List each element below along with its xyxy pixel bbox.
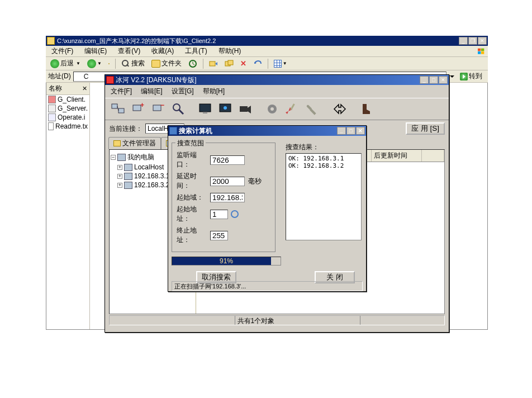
address-dropdown-icon[interactable] [450,75,454,78]
delay-label: 延迟时间： [177,172,208,191]
menu-help[interactable]: 帮助(H) [215,45,245,57]
forward-button[interactable]: ▼ [85,58,104,69]
minimize-button[interactable]: _ [459,37,468,45]
close-panel-icon[interactable]: ✕ [82,85,87,92]
up-folder-icon [108,63,110,64]
dialog-status: 正在扫描子网'192.168.3'... [172,281,363,291]
tool-search[interactable] [169,100,188,118]
expand-icon[interactable]: + [117,174,122,179]
close-button[interactable]: ✕ [356,127,365,135]
explorer-titlebar: C:\xunzai.com_国产木马冰河2.2的控制端下载\G_Client2.… [46,36,488,46]
undo-icon [253,59,262,68]
result-item[interactable]: OK: 192.168.3.2 [288,162,359,169]
history-icon [188,59,197,68]
result-item[interactable]: OK: 192.168.3.1 [288,155,359,162]
col-blank2[interactable] [422,150,444,162]
exe-icon [48,96,56,103]
menu-file[interactable]: 文件[F] [107,86,135,97]
menu-edit[interactable]: 编辑(E) [81,45,110,57]
svg-point-23 [270,107,274,111]
tool-nav[interactable] [330,100,349,118]
ms-unit: 毫秒 [248,177,262,186]
maximize-button[interactable]: □ [346,127,355,135]
menu-help[interactable]: 帮助[H] [200,86,228,97]
minimize-button[interactable]: _ [337,127,346,135]
back-icon [50,59,59,68]
tool-remove[interactable]: − [149,100,168,118]
go-icon [460,73,468,80]
tool-connect[interactable] [108,100,127,118]
back-button[interactable]: 后退▼ [48,58,83,69]
file-item[interactable]: Operate.i [46,113,89,122]
domain-label: 起始域： [177,193,208,202]
separator [268,59,268,69]
col-time[interactable]: 后更新时间 [372,150,422,162]
menu-tools[interactable]: 工具(T) [182,45,210,57]
ip-lookup-icon[interactable] [230,210,239,219]
undo-button[interactable] [251,58,264,69]
name-header[interactable]: 名称 [49,84,62,93]
file-item[interactable]: Readme.tx [46,122,89,131]
app-title-text: 冰河 V2.2 [DARKSUN专版] [116,75,420,85]
end-input[interactable] [210,231,228,240]
apply-button[interactable]: 应 用 [S] [406,122,445,135]
move-button[interactable] [207,58,220,69]
results-label: 搜查结果： [286,143,319,151]
copy-icon [225,59,234,68]
address-label: 地址(D) [48,72,71,81]
tool-add[interactable]: + [129,100,148,118]
tool-camera[interactable] [236,100,255,118]
menu-view[interactable]: 查看(V) [115,45,144,57]
search-button[interactable]: 搜索 [119,58,147,69]
close-button[interactable]: ✕ [439,76,448,84]
tool-screen-1[interactable] [196,100,215,118]
delete-button[interactable]: ✕ [238,58,249,69]
tool-boot[interactable] [357,100,376,118]
search-icon [121,59,130,68]
tool-brush[interactable] [283,100,302,118]
connection-label: 当前连接： [109,124,142,134]
delay-input[interactable] [210,177,245,186]
port-input[interactable] [210,155,245,165]
tool-wrench[interactable] [303,100,322,118]
file-item[interactable]: G_Server. [46,104,89,113]
host-icon [124,173,132,180]
menu-favorites[interactable]: 收藏(A) [148,45,177,57]
maximize-button[interactable]: □ [429,76,438,84]
expand-icon[interactable]: + [117,183,122,188]
svg-rect-17 [200,104,211,112]
svg-rect-2 [478,51,481,54]
start-input[interactable] [210,210,228,219]
tab-file-manager[interactable]: 文件管理器 [108,137,161,149]
minimize-button[interactable]: _ [420,76,429,84]
menu-edit[interactable]: 编辑[E] [137,86,166,97]
file-item[interactable]: G_Client. [46,95,89,104]
restore-button[interactable]: ❐ [468,37,477,45]
svg-rect-13 [153,105,161,111]
go-button[interactable]: 转到 [457,70,486,82]
history-button[interactable] [186,58,200,69]
status-left [110,316,235,325]
tool-screen-2[interactable] [216,100,235,118]
svg-rect-11 [133,105,141,111]
port-label: 监听端口： [177,150,208,169]
close-button[interactable]: ✕ [478,37,487,45]
domain-input[interactable] [210,193,245,202]
copy-button[interactable] [222,58,236,69]
collapse-icon[interactable]: − [111,155,116,160]
views-button[interactable]: ▼ [272,59,289,69]
separator [203,59,203,69]
expand-icon[interactable]: + [117,165,122,170]
tool-gear[interactable] [263,100,282,118]
folders-button[interactable]: 文件夹 [149,58,184,69]
txt-icon [48,122,54,130]
menu-settings[interactable]: 设置[G] [168,86,197,97]
host-icon [124,182,132,189]
windows-logo-icon [474,46,488,57]
folders-icon [151,60,160,68]
menu-file[interactable]: 文件(F) [48,45,77,57]
up-button[interactable] [106,62,112,65]
results-list[interactable]: OK: 192.168.3.1 OK: 192.168.3.2 [286,153,362,240]
svg-text:−: − [160,102,164,109]
svg-line-16 [179,110,183,114]
